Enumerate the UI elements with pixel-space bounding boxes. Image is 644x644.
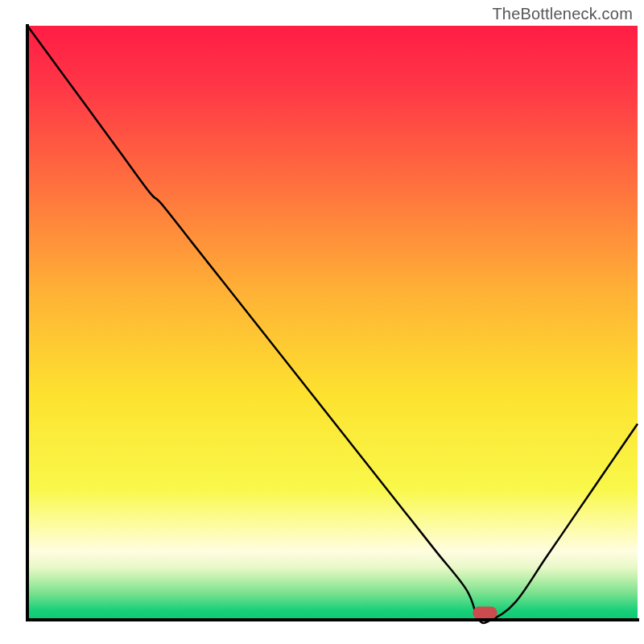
chart-container: TheBottleneck.com	[0, 0, 644, 644]
optimal-marker	[473, 606, 497, 619]
watermark-text: TheBottleneck.com	[492, 5, 633, 23]
plot-background	[27, 26, 638, 620]
bottleneck-curve-chart	[0, 0, 644, 644]
